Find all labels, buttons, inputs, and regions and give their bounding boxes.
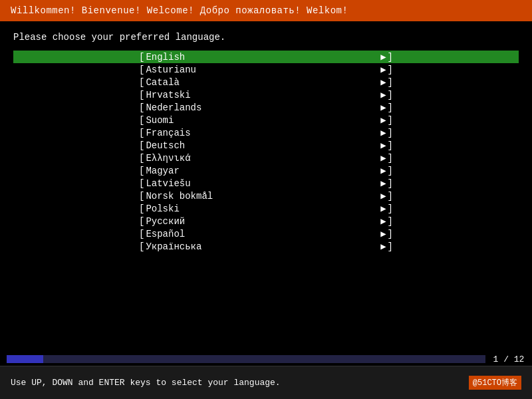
bracket-open: [	[139, 140, 144, 151]
banner-text: Willkommen! Bienvenue! Welcome! Добро по…	[11, 5, 348, 16]
bracket-close: ]	[388, 241, 393, 252]
language-name: Русский	[144, 216, 380, 227]
bottom-bar: Use UP, DOWN and ENTER keys to select yo…	[0, 366, 532, 399]
bracket-close: ]	[388, 90, 393, 100]
bracket-close: ]	[388, 65, 393, 75]
main-content: Please choose your preferred language. […	[0, 21, 532, 263]
language-item[interactable]: [ Français▶ ]	[13, 126, 519, 139]
language-item[interactable]: [ Ελληνικά▶ ]	[13, 152, 519, 164]
language-item[interactable]: [ English▶ ]	[13, 51, 519, 63]
arrow-icon: ▶	[380, 102, 386, 113]
language-name: Polski	[144, 203, 380, 214]
arrow-icon: ▶	[380, 76, 386, 88]
language-name: Deutsch	[144, 140, 380, 151]
bracket-open: [	[139, 128, 144, 138]
bottom-instruction: Use UP, DOWN and ENTER keys to select yo…	[11, 378, 469, 388]
language-item[interactable]: [ Polski▶ ]	[13, 202, 519, 215]
bracket-close: ]	[388, 216, 393, 227]
arrow-icon: ▶	[380, 190, 386, 201]
bracket-close: ]	[388, 128, 393, 138]
bracket-open: [	[139, 153, 144, 164]
bracket-open: [	[139, 52, 144, 63]
language-name: Suomi	[144, 115, 380, 126]
bracket-open: [	[139, 191, 144, 201]
language-item[interactable]: [ Asturianu▶ ]	[13, 63, 519, 76]
page-indicator: 1 / 12	[492, 354, 525, 364]
language-name: Nederlands	[144, 102, 380, 113]
language-item[interactable]: [ Hrvatski▶ ]	[13, 88, 519, 101]
language-name: Latviešu	[144, 178, 380, 189]
language-name: Українська	[144, 241, 380, 252]
bracket-close: ]	[388, 203, 393, 214]
prompt-text: Please choose your preferred language.	[13, 32, 519, 43]
language-item[interactable]: [ Norsk bokmål▶ ]	[13, 190, 519, 202]
bracket-open: [	[139, 166, 144, 176]
arrow-icon: ▶	[380, 203, 386, 214]
language-name: Hrvatski	[144, 90, 380, 100]
arrow-icon: ▶	[380, 114, 386, 126]
watermark: @51CTO博客	[469, 376, 521, 390]
arrow-icon: ▶	[380, 165, 386, 176]
bracket-close: ]	[388, 191, 393, 201]
arrow-icon: ▶	[380, 152, 386, 164]
language-name: Norsk bokmål	[144, 191, 380, 201]
bracket-open: [	[139, 65, 144, 75]
arrow-icon: ▶	[380, 241, 386, 252]
bracket-open: [	[139, 216, 144, 227]
language-item[interactable]: [ Magyar▶ ]	[13, 164, 519, 177]
arrow-icon: ▶	[380, 178, 386, 189]
bracket-close: ]	[388, 115, 393, 126]
language-name: Español	[144, 229, 380, 239]
bracket-close: ]	[388, 77, 393, 88]
language-name: Asturianu	[144, 65, 380, 75]
scrollbar-thumb	[7, 355, 43, 363]
language-name: Català	[144, 77, 380, 88]
arrow-icon: ▶	[380, 64, 386, 75]
bracket-close: ]	[388, 102, 393, 113]
bracket-close: ]	[388, 229, 393, 239]
bracket-close: ]	[388, 140, 393, 151]
language-name: Français	[144, 128, 380, 138]
bracket-open: [	[139, 102, 144, 113]
language-list: [ English▶ ][ Asturianu▶ ][ Català▶ ][ H…	[13, 51, 519, 253]
bracket-close: ]	[388, 178, 393, 189]
scrollbar-track	[7, 355, 485, 363]
bracket-close: ]	[388, 52, 393, 63]
bracket-open: [	[139, 229, 144, 239]
bracket-open: [	[139, 241, 144, 252]
arrow-icon: ▶	[380, 215, 386, 227]
bracket-open: [	[139, 203, 144, 214]
arrow-icon: ▶	[380, 127, 386, 138]
arrow-icon: ▶	[380, 140, 386, 151]
language-item[interactable]: [ Nederlands▶ ]	[13, 101, 519, 114]
language-item[interactable]: [ Русский▶ ]	[13, 215, 519, 227]
bracket-open: [	[139, 178, 144, 189]
top-banner: Willkommen! Bienvenue! Welcome! Добро по…	[0, 0, 532, 21]
arrow-icon: ▶	[380, 89, 386, 100]
language-item[interactable]: [ Suomi▶ ]	[13, 114, 519, 126]
language-name: English	[144, 52, 380, 63]
language-item[interactable]: [ Català▶ ]	[13, 76, 519, 88]
arrow-icon: ▶	[380, 228, 386, 239]
language-item[interactable]: [ Español▶ ]	[13, 227, 519, 240]
language-name: Magyar	[144, 166, 380, 176]
bracket-open: [	[139, 90, 144, 100]
language-name: Ελληνικά	[144, 153, 380, 164]
arrow-icon: ▶	[380, 51, 386, 63]
language-item[interactable]: [ Українська▶ ]	[13, 240, 519, 253]
language-item[interactable]: [ Latviešu▶ ]	[13, 177, 519, 190]
bracket-close: ]	[388, 153, 393, 164]
language-item[interactable]: [ Deutsch▶ ]	[13, 139, 519, 152]
bracket-open: [	[139, 115, 144, 126]
bracket-open: [	[139, 77, 144, 88]
bracket-close: ]	[388, 166, 393, 176]
scrollbar-area: 1 / 12	[0, 352, 532, 366]
